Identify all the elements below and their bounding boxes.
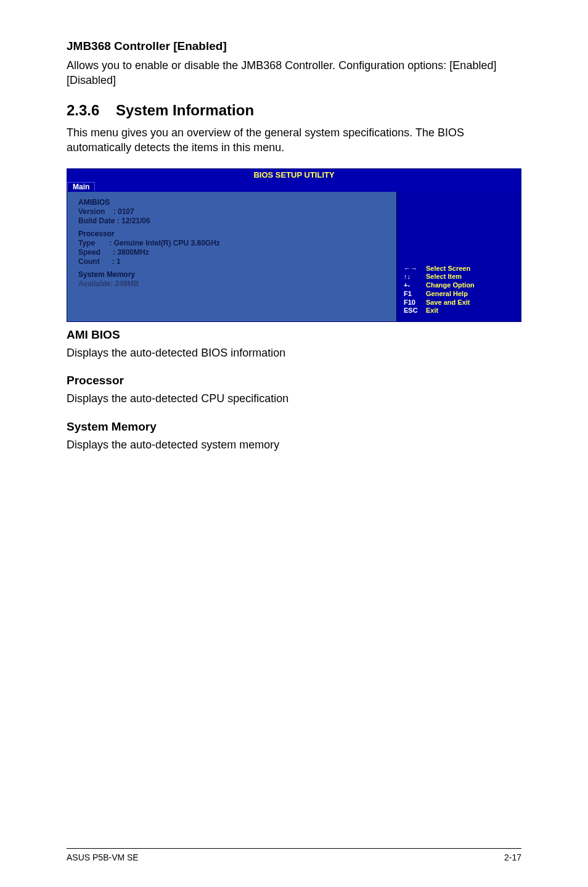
bios-body: AMIBIOS Version : 0107 Build Date : 12/2… bbox=[67, 192, 521, 321]
bios-heading-amibios: AMIBIOS bbox=[78, 198, 388, 207]
bios-heading-processor: Processor bbox=[78, 229, 388, 239]
footer-product: ASUS P5B-VM SE bbox=[67, 852, 139, 862]
bios-heading-system-memory: System Memory bbox=[78, 270, 388, 279]
text-ami-bios-body: Displays the auto-detected BIOS informat… bbox=[67, 345, 521, 360]
bios-title: BIOS SETUP UTILITY bbox=[67, 169, 521, 181]
bios-legend-key: ESC bbox=[404, 307, 426, 315]
bios-legend-key: F1 bbox=[404, 290, 426, 299]
bios-screenshot: BIOS SETUP UTILITY Main AMIBIOS Version … bbox=[67, 168, 521, 322]
text-system-information-body: This menu gives you an overview of the g… bbox=[67, 125, 521, 155]
bios-legend-row: ↑↓Select Item bbox=[404, 273, 515, 281]
bios-legend-key: ↑↓ bbox=[404, 273, 426, 281]
heading-jmb368: JMB368 Controller [Enabled] bbox=[67, 39, 521, 53]
bios-line-version: Version : 0107 bbox=[78, 207, 388, 217]
bios-line-cpu-count: Count : 1 bbox=[78, 257, 388, 266]
text-system-memory-body: Displays the auto-detected system memory bbox=[67, 437, 521, 452]
bios-legend-row: F10Save and Exit bbox=[404, 299, 515, 307]
bios-right-panel: ←→Select Screen ↑↓Select Item +-Change O… bbox=[398, 192, 521, 321]
heading-section-number: 2.3.6 bbox=[67, 102, 116, 119]
bios-legend-row: F1General Help bbox=[404, 290, 515, 299]
bios-tab-main[interactable]: Main bbox=[67, 182, 95, 191]
bios-line-cpu-speed: Speed : 3800MHz bbox=[78, 248, 388, 257]
bios-tab-row: Main bbox=[67, 181, 521, 192]
bios-legend-row: ESCExit bbox=[404, 307, 515, 315]
page-footer: ASUS P5B-VM SE 2-17 bbox=[67, 848, 521, 862]
heading-system-information: 2.3.6System Information bbox=[67, 102, 521, 119]
bios-line-cpu-type: Type : Genuine Intel(R) CPU 3.80GHz bbox=[78, 239, 388, 248]
bios-line-memory-available: Available: 248MB bbox=[78, 279, 388, 289]
heading-system-memory: System Memory bbox=[67, 420, 521, 434]
bios-legend-desc: Save and Exit bbox=[426, 299, 470, 306]
bios-legend-desc: Select Screen bbox=[426, 265, 470, 272]
bios-legend-desc: Select Item bbox=[426, 273, 462, 280]
text-jmb368-body: Allows you to enable or disable the JMB3… bbox=[67, 58, 521, 88]
heading-ami-bios: AMI BIOS bbox=[67, 328, 521, 342]
bios-legend-desc: Change Option bbox=[426, 281, 475, 289]
bios-legend-key: ←→ bbox=[404, 265, 426, 273]
heading-processor: Processor bbox=[67, 374, 521, 387]
text-processor-body: Displays the auto-detected CPU specifica… bbox=[67, 391, 521, 406]
bios-legend-row: +-Change Option bbox=[404, 281, 515, 290]
bios-legend: ←→Select Screen ↑↓Select Item +-Change O… bbox=[404, 265, 515, 316]
bios-legend-key: F10 bbox=[404, 299, 426, 307]
bios-legend-key: +- bbox=[404, 281, 426, 290]
bios-legend-row: ←→Select Screen bbox=[404, 265, 515, 273]
bios-legend-desc: General Help bbox=[426, 290, 468, 297]
heading-section-title: System Information bbox=[116, 102, 254, 118]
bios-line-build-date: Build Date : 12/21/06 bbox=[78, 217, 388, 226]
bios-legend-desc: Exit bbox=[426, 307, 438, 314]
bios-left-panel: AMIBIOS Version : 0107 Build Date : 12/2… bbox=[67, 192, 398, 321]
footer-page-number: 2-17 bbox=[504, 852, 521, 862]
